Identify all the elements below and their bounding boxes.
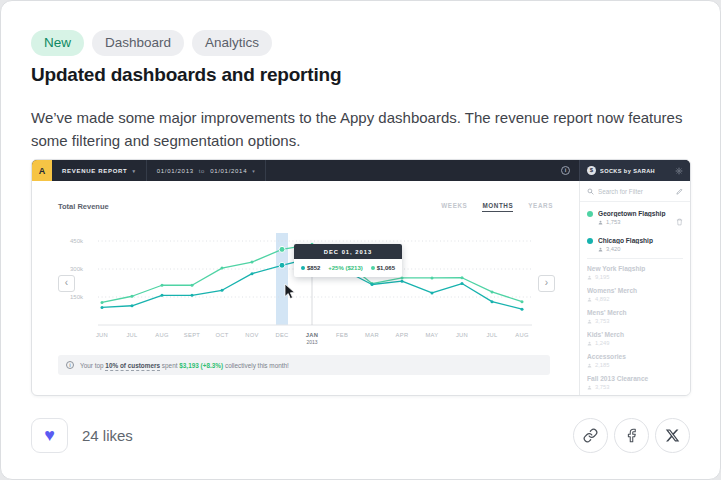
x-tick-label: SEPT <box>184 332 200 338</box>
data-point <box>521 308 524 311</box>
tab-months[interactable]: MONTHS <box>482 202 513 212</box>
tags-row: NewDashboardAnalytics <box>31 30 272 56</box>
x-tick-label: AUG <box>515 332 529 338</box>
filter-count: 1,249 <box>587 340 683 346</box>
chart-panel: Total Revenue WEEKSMONTHSYEARS 150k300k4… <box>32 181 579 395</box>
filter-search-input[interactable] <box>598 188 672 195</box>
x-tick-label: JUL <box>126 332 138 338</box>
data-point <box>251 272 254 275</box>
filter-item[interactable]: Chicago Flagship3,420 <box>587 233 683 259</box>
filter-name: New York Flagship <box>587 265 683 272</box>
report-name: REVENUE REPORT <box>62 168 127 174</box>
trash-icon[interactable] <box>676 212 683 230</box>
note-amount: $3,193 (+8.3%) <box>179 362 223 369</box>
note-highlight: 10% of customers <box>105 362 160 371</box>
changelog-card: NewDashboardAnalytics Updated dashboards… <box>0 0 721 480</box>
filter-name: Fall 2013 Clearance <box>587 375 683 382</box>
x-tick-label: NOV <box>245 332 258 338</box>
info-icon: i <box>66 361 74 369</box>
tag-dashboard[interactable]: Dashboard <box>92 30 184 56</box>
like-button[interactable]: ♥ <box>31 418 68 453</box>
granularity-tabs: WEEKSMONTHSYEARS <box>441 202 553 212</box>
x-tick-label: JAN <box>306 332 319 338</box>
tab-weeks[interactable]: WEEKS <box>441 202 467 212</box>
report-selector[interactable]: REVENUE REPORT ▾ <box>52 160 147 181</box>
y-tick-label: 450k <box>70 238 84 244</box>
brand-name: SOCKS by SARAH <box>600 168 671 174</box>
filter-count: 3,420 <box>598 246 683 252</box>
date-separator: to <box>199 168 205 174</box>
dashboard-screenshot: A REVENUE REPORT ▾ 01/01/2013 to 01/01/2… <box>31 159 691 396</box>
data-point <box>279 246 285 252</box>
app-logo[interactable]: A <box>32 160 52 181</box>
search-icon <box>587 188 594 195</box>
date-range-selector[interactable]: 01/01/2013 to 01/01/2014 ▾ <box>147 160 267 181</box>
x-tick-label: MAR <box>365 332 379 338</box>
filter-item[interactable]: New York Flagship9,195 <box>587 261 683 283</box>
x-tick-label: JUL <box>486 332 498 338</box>
data-point <box>431 276 434 279</box>
data-point <box>191 284 194 287</box>
dollar-badge-icon: $ <box>587 166 596 175</box>
link-icon <box>583 428 598 443</box>
tooltip-delta: +25% ($213) <box>328 265 363 271</box>
filter-name: Mens’ Merch <box>587 309 683 316</box>
person-icon <box>587 385 592 390</box>
data-point <box>131 304 134 307</box>
info-icon[interactable]: i <box>561 166 570 175</box>
chart-title: Total Revenue <box>58 202 109 211</box>
post-title: Updated dashboards and reporting <box>31 64 341 86</box>
filter-item[interactable]: Georgetown Flagship1,753 <box>587 206 683 233</box>
x-icon <box>665 428 680 443</box>
next-period-button[interactable]: › <box>538 275 555 292</box>
x-tick-sublabel: 2013 <box>306 339 317 345</box>
tag-new[interactable]: New <box>31 30 84 56</box>
x-tick-label: DEC <box>275 332 288 338</box>
person-icon <box>587 363 592 368</box>
data-point <box>221 267 224 270</box>
x-tick-label: AUG <box>155 332 169 338</box>
x-tick-label: FEB <box>336 332 348 338</box>
topbar-spacer <box>266 160 561 181</box>
heart-icon: ♥ <box>44 425 55 446</box>
data-point <box>191 294 194 297</box>
filters-sidebar: Georgetown Flagship1,753Chicago Flagship… <box>579 181 690 395</box>
data-point <box>461 276 464 279</box>
data-point <box>461 282 464 285</box>
x-tick-label: JUN <box>456 332 468 338</box>
x-tick-label: OCT <box>215 332 228 338</box>
tooltip-series1: $852 <box>301 265 320 271</box>
facebook-share-button[interactable] <box>614 418 649 453</box>
filter-item[interactable]: Kids’ Merch1,249 <box>587 327 683 349</box>
filter-name: Georgetown Flagship <box>598 210 671 217</box>
tooltip-date: DEC 01, 2013 <box>294 244 402 259</box>
pencil-icon[interactable] <box>676 188 683 195</box>
date-to: 01/01/2014 <box>210 168 247 174</box>
filter-item[interactable]: Womens’ Merch4,892 <box>587 283 683 305</box>
date-from: 01/01/2013 <box>157 168 194 174</box>
gear-icon[interactable] <box>675 167 683 175</box>
filter-item[interactable]: Mens’ Merch3,753 <box>587 305 683 327</box>
tag-analytics[interactable]: Analytics <box>192 30 272 56</box>
insight-note: i Your top 10% of customers spent $3,193… <box>58 355 550 375</box>
filter-name: Kids’ Merch <box>587 331 683 338</box>
mouse-cursor-icon <box>284 283 296 300</box>
x-tick-label: MAY <box>425 332 438 338</box>
person-icon <box>587 341 592 346</box>
facebook-icon <box>624 428 639 443</box>
x-share-button[interactable] <box>655 418 690 453</box>
x-tick-label: APR <box>396 332 409 338</box>
x-tick-label: JUN <box>96 332 108 338</box>
series1-dot-icon <box>301 266 305 270</box>
chart-tooltip: DEC 01, 2013 $852 +25% ($213) $1,065 <box>294 244 402 277</box>
chevron-down-icon: ▾ <box>252 168 255 174</box>
data-point <box>491 290 494 293</box>
data-point <box>161 284 164 287</box>
filter-item[interactable]: Accessories2,185 <box>587 349 683 371</box>
data-point <box>491 300 494 303</box>
copy-link-button[interactable] <box>573 418 608 453</box>
tab-years[interactable]: YEARS <box>528 202 553 212</box>
data-point <box>221 289 224 292</box>
filter-item[interactable]: Fall 2013 Clearance3,753 <box>587 371 683 393</box>
prev-period-button[interactable]: ‹ <box>58 275 75 292</box>
